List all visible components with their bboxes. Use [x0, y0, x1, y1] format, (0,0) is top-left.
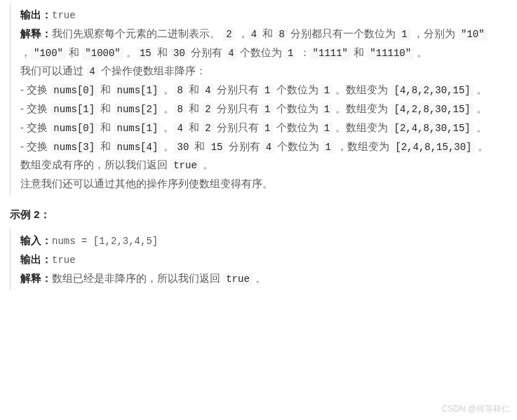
code: nums[2] — [114, 103, 161, 116]
code: nums[0] — [51, 122, 98, 135]
text: 个数位为 — [273, 102, 321, 114]
swap-line-3: - 交换 nums[0] 和 nums[1] 。4 和 2 分别只有 1 个数位… — [20, 118, 507, 137]
text: 。 — [161, 121, 174, 133]
code: 1 — [321, 103, 333, 116]
text: 个数位为 — [274, 140, 322, 152]
explain-line-4: 注意我们还可以通过其他的操作序列使数组变得有序。 — [20, 175, 507, 193]
code: "1111" — [310, 47, 351, 60]
code: "100" — [31, 47, 66, 60]
code: nums[1] — [114, 122, 161, 135]
text: ， — [20, 46, 31, 58]
text: 。 — [161, 83, 174, 95]
text: 和 — [98, 121, 114, 133]
code: nums[3] — [51, 141, 98, 154]
code: 1 — [398, 28, 410, 41]
text: 分别只有 — [214, 121, 262, 133]
input-label: 输入： — [20, 234, 52, 246]
explain-label: 解释： — [20, 272, 52, 284]
code: 8 — [174, 103, 185, 116]
text: 分别有 — [225, 140, 262, 152]
text: ， — [235, 27, 248, 39]
code: 2 — [202, 103, 213, 116]
output-line: 输出：true — [20, 250, 507, 269]
watermark: CSDN @何等祥仁 — [441, 402, 510, 416]
text: 个数位为 — [237, 46, 285, 58]
code: 30 — [170, 47, 188, 60]
code: nums[1] — [51, 103, 98, 116]
text: 个数位为 — [273, 121, 321, 133]
text: 和 — [186, 102, 202, 114]
code: 1 — [262, 103, 273, 116]
code: 1 — [285, 47, 296, 60]
input-line: 输入：nums = [1,2,3,4,5] — [20, 231, 507, 250]
text: 个操作使数组非降序： — [98, 65, 206, 76]
code: "10" — [458, 28, 488, 41]
swap-line-1: - 交换 nums[0] 和 nums[1] 。8 和 4 分别只有 1 个数位… — [20, 81, 507, 100]
swap-line-4: - 交换 nums[3] 和 nums[4] 。30 和 15 分别有 4 个数… — [20, 137, 507, 156]
code: 4 — [86, 65, 98, 78]
text: 分别有 — [188, 46, 225, 58]
text: 。数组变为 — [333, 83, 391, 95]
text: - 交换 — [20, 121, 51, 133]
text: 。 — [123, 46, 137, 58]
text: 个数位为 — [273, 83, 321, 95]
text: 注意我们还可以通过其他的操作序列使数组变得有序。 — [20, 177, 273, 189]
text: 和 — [98, 102, 114, 114]
text: 。 — [474, 121, 487, 133]
text: 和 — [186, 83, 202, 95]
code: [2,4,8,30,15] — [391, 122, 473, 135]
code: 4 — [174, 122, 185, 135]
code: "11110" — [367, 47, 414, 60]
text: 分别只有 — [214, 83, 262, 95]
text: 分别都只有一个数位为 — [288, 27, 398, 39]
text: 。数组变为 — [333, 121, 391, 133]
text: 数组变成有序的，所以我们返回 — [20, 158, 170, 170]
code: nums[0] — [51, 84, 98, 97]
content-wrapper: 输出：true 解释：我们先观察每个元素的二进制表示。 2 ，4 和 8 分别都… — [0, 3, 517, 291]
code: 4 — [263, 141, 274, 154]
text: 和 — [260, 27, 276, 39]
code: 8 — [276, 28, 288, 41]
text: 。 — [474, 102, 487, 114]
text: 。 — [161, 140, 174, 152]
code: 1 — [262, 84, 273, 97]
example2-heading: 示例 2： — [10, 205, 507, 224]
text: 。 — [161, 102, 174, 114]
text: 和 — [66, 46, 82, 58]
code: 1 — [321, 84, 333, 97]
code: [4,2,8,30,15] — [391, 103, 473, 116]
output-line: 输出：true — [20, 6, 507, 25]
text: - 交换 — [20, 83, 51, 95]
output-label: 输出： — [20, 253, 52, 265]
text: 数组已经是非降序的，所以我们返回 — [52, 272, 223, 284]
text: 。 — [414, 46, 427, 58]
code: true — [223, 273, 253, 285]
code: 15 — [137, 47, 154, 60]
code: 1 — [323, 141, 334, 154]
code: 8 — [174, 84, 185, 97]
input-value: nums = [1,2,3,4,5] — [52, 236, 158, 247]
text: - 交换 — [20, 102, 51, 114]
code: [4,8,2,30,15] — [391, 84, 473, 97]
text: 。数组变为 — [333, 102, 391, 114]
code: [2,4,8,15,30] — [392, 141, 474, 154]
code: nums[1] — [114, 84, 161, 97]
text: 我们可以通过 — [20, 65, 86, 76]
text: 和 — [98, 83, 114, 95]
code: 30 — [174, 141, 192, 154]
explain-line-3: 数组变成有序的，所以我们返回 true 。 — [20, 156, 507, 175]
text: 我们先观察每个元素的二进制表示。 — [52, 27, 223, 39]
code: 4 — [248, 28, 260, 41]
example1-block: 输出：true 解释：我们先观察每个元素的二进制表示。 2 ，4 和 8 分别都… — [10, 3, 507, 196]
code: 1 — [321, 122, 333, 135]
swap-line-2: - 交换 nums[1] 和 nums[2] 。8 和 2 分别只有 1 个数位… — [20, 100, 507, 118]
text: 。 — [253, 272, 266, 284]
explain-line-2: 我们可以通过 4 个操作使数组非降序： — [20, 62, 507, 81]
text: 和 — [186, 121, 202, 133]
explain-label: 解释： — [20, 27, 52, 39]
explain-line-1: 解释：我们先观察每个元素的二进制表示。 2 ，4 和 8 分别都只有一个数位为 … — [20, 25, 507, 62]
code: true — [170, 159, 200, 172]
text: 。 — [200, 158, 213, 170]
code: 2 — [223, 28, 234, 41]
text: 和 — [192, 140, 208, 152]
